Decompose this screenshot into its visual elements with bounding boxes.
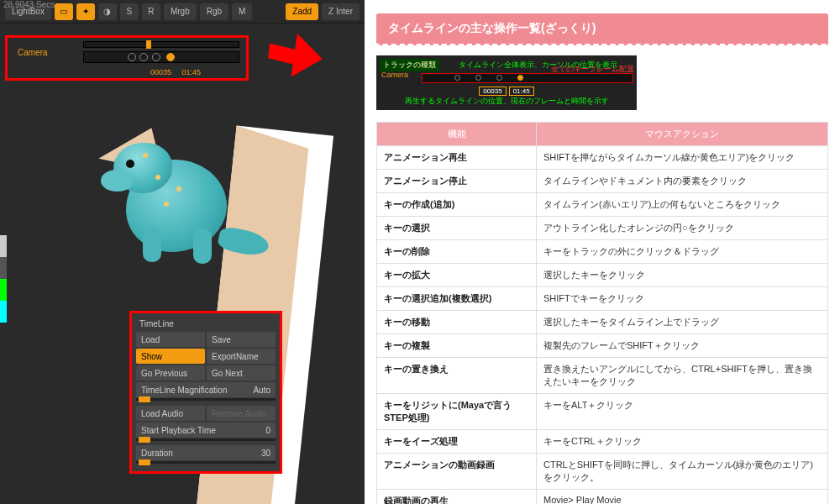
doc-heading: タイムラインの主な操作一覧(ざっくり) xyxy=(376,13,828,45)
save-button[interactable]: Save xyxy=(207,332,276,347)
color-strip xyxy=(0,235,7,370)
timeline-frame: 00035 xyxy=(150,68,171,76)
load-audio-button[interactable]: Load Audio xyxy=(136,406,205,421)
action-cell: 複製先のフレームでSHIFT＋クリック xyxy=(537,334,828,358)
start-playback-slider[interactable] xyxy=(136,438,276,441)
action-cell: 置き換えたいアングルにしてから、CTRL+SHIFTを押し、置き換えたいキーをク… xyxy=(537,358,828,394)
dragon-arm-left xyxy=(143,227,161,262)
table-row: キーの移動選択したキーをタイムライン上でドラッグ xyxy=(377,311,828,334)
action-cell: キーをALT＋クリック xyxy=(537,394,828,430)
action-cell: タイムラインやドキュメント内の要素をクリック xyxy=(537,170,828,193)
table-row: キーをイーズ処理キーをCTRL＋クリック xyxy=(377,430,828,454)
magnification-slider[interactable] xyxy=(136,398,276,401)
tool-icon-1[interactable]: ▭ xyxy=(55,3,73,20)
exportname-button[interactable]: ExportName xyxy=(207,349,276,364)
action-cell: キーをCTRL＋クリック xyxy=(537,430,828,454)
diagram-green2: 再生するタイムラインの位置、現在のフレームと時間を示す xyxy=(380,96,633,107)
diagram-frame: 00035 xyxy=(479,87,506,96)
feature-cell: キーの選択追加(複数選択) xyxy=(377,287,537,311)
action-cell: 選択したキーをクリック xyxy=(537,264,828,287)
feature-cell: キーの複製 xyxy=(377,334,537,358)
feature-cell: キーの選択 xyxy=(377,217,537,240)
tool-icon-r[interactable]: R xyxy=(142,3,160,20)
feature-cell: アニメーション再生 xyxy=(377,146,537,170)
table-row: キーをリジットに(Mayaで言うSTEP処理)キーをALT＋クリック xyxy=(377,394,828,430)
action-cell: 選択したキーをタイムライン上でドラッグ xyxy=(537,311,828,334)
timeline-overview-track[interactable] xyxy=(83,41,239,48)
show-button[interactable]: Show xyxy=(136,349,205,364)
panel-title: TimeLine xyxy=(139,319,272,328)
table-row: アニメーション停止タイムラインやドキュメント内の要素をクリック xyxy=(377,170,828,193)
action-cell: アウトライン化したオレンジの円○をクリック xyxy=(537,217,828,240)
viewport-3d[interactable] xyxy=(17,92,353,328)
feature-cell: キーの置き換え xyxy=(377,358,537,394)
tool-icon-3[interactable]: ◑ xyxy=(98,3,117,20)
zinter-button[interactable]: Z Inter xyxy=(322,3,360,20)
feature-cell: アニメーション停止 xyxy=(377,170,537,193)
feature-cell: アニメーションの動画録画 xyxy=(377,454,537,490)
table-row: キーの置き換え置き換えたいアングルにしてから、CTRL+SHIFTを押し、置き換… xyxy=(377,358,828,394)
diagram-time: 01:45 xyxy=(509,87,534,96)
feature-cell: キーの作成(追加) xyxy=(377,193,537,217)
m-button[interactable]: M xyxy=(232,3,252,20)
table-row: アニメーションの動画録画CTRLとSHIFTを同時に押し、タイムカーソル(緑か黄… xyxy=(377,454,828,490)
feature-cell: 録画動画の再生 xyxy=(377,490,537,505)
action-cell: Movie> Play Movie xyxy=(537,490,828,505)
table-row: 録画動画の再生Movie> Play Movie xyxy=(377,490,828,505)
elapsed-secs: 28.9043 Secs xyxy=(3,0,55,9)
tool-icon-2[interactable]: ✦ xyxy=(76,3,95,20)
timeline-track-label: Camera xyxy=(18,48,48,57)
dragon-arm-right xyxy=(193,228,212,264)
table-row: キーの選択アウトライン化したオレンジの円○をクリック xyxy=(377,217,828,240)
action-cell: キーをトラックの外にクリック＆ドラッグ xyxy=(537,240,828,264)
diagram-track: 全てのキーフレーム配置 xyxy=(422,73,633,83)
operations-table: 機能 マウスアクション アニメーション再生SHIFTを押ながらタイムカーソル線か… xyxy=(376,122,828,504)
duration-field[interactable]: Duration 30 xyxy=(136,445,276,460)
action-cell: SHIFTを押ながらタイムカーソル線か黄色エリア)をクリック xyxy=(537,146,828,170)
diagram-track-label: トラックの種類 xyxy=(380,59,439,71)
feature-cell: キーの削除 xyxy=(377,240,537,264)
dragon-snout xyxy=(101,170,133,192)
feature-cell: キーをイーズ処理 xyxy=(377,430,537,454)
timeline-timestamps: 00035 01:45 xyxy=(150,68,209,76)
action-cell: CTRLとSHIFTを同時に押し、タイムカーソル(緑か黄色のエリア)をクリック。 xyxy=(537,454,828,490)
go-next-button[interactable]: Go Next xyxy=(207,365,276,381)
table-row: アニメーション再生SHIFTを押ながらタイムカーソル線か黄色エリア)をクリック xyxy=(377,146,828,170)
timeline-highlight-box: Camera 00035 01:45 xyxy=(5,35,249,81)
diagram-red-text: 全てのキーフレーム配置 xyxy=(551,64,634,75)
mrgb-button[interactable]: Mrgb xyxy=(164,3,197,20)
duration-slider[interactable] xyxy=(136,461,276,464)
action-cell: SHIFTでキーをクリック xyxy=(537,287,828,311)
table-row: キーの選択追加(複数選択)SHIFTでキーをクリック xyxy=(377,287,828,311)
doc-pane: タイムラインの主な操作一覧(ざっくり) トラックの種類 タイムライン全体表示、カ… xyxy=(365,0,840,504)
col-action: マウスアクション xyxy=(537,123,828,146)
go-previous-button[interactable]: Go Previous xyxy=(136,365,205,381)
table-row: キーの複製複製先のフレームでSHIFT＋クリック xyxy=(377,334,828,358)
timeline-panel: TimeLine Load Save Show ExportName Go Pr… xyxy=(129,311,282,474)
feature-cell: キーの移動 xyxy=(377,311,537,334)
start-playback-field[interactable]: Start Playback Time 0 xyxy=(136,423,276,438)
action-cell: タイムライン(赤いエリア)上の何もないところをクリック xyxy=(537,193,828,217)
timeline-diagram: トラックの種類 タイムライン全体表示、カーソルの位置を表示 Camera 全ての… xyxy=(376,55,637,110)
annotation-arrow xyxy=(269,37,328,87)
zadd-button[interactable]: Zadd xyxy=(286,3,318,20)
dragon-eye xyxy=(126,160,134,168)
diagram-camera-label: Camera xyxy=(381,71,408,79)
timeline-time: 01:45 xyxy=(182,68,202,76)
tool-icon-s[interactable]: S xyxy=(120,3,139,20)
remove-audio-button[interactable]: Remove Audio xyxy=(207,406,276,421)
col-feature: 機能 xyxy=(377,123,537,146)
table-row: キーの作成(追加)タイムライン(赤いエリア)上の何もないところをクリック xyxy=(377,193,828,217)
feature-cell: キーの拡大 xyxy=(377,264,537,287)
rgb-button[interactable]: Rgb xyxy=(200,3,228,20)
zbrush-pane: 28.9043 Secs LightBox ▭ ✦ ◑ S R Mrgb Rgb… xyxy=(0,0,365,504)
magnification-field[interactable]: TimeLine Magnification Auto xyxy=(136,382,276,397)
table-row: キーの拡大選択したキーをクリック xyxy=(377,264,828,287)
timeline-key-track[interactable] xyxy=(83,51,239,63)
load-button[interactable]: Load xyxy=(136,332,205,347)
feature-cell: キーをリジットに(Mayaで言うSTEP処理) xyxy=(377,394,537,430)
table-row: キーの削除キーをトラックの外にクリック＆ドラッグ xyxy=(377,240,828,264)
